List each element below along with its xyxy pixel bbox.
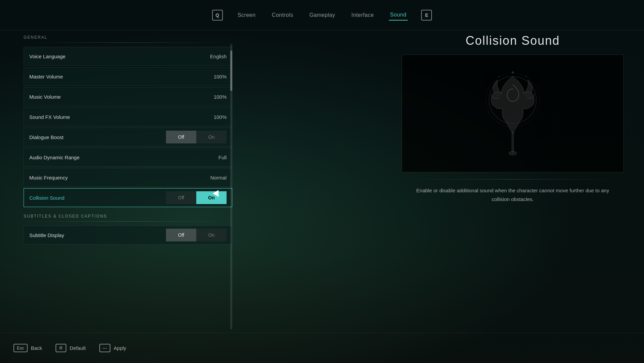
right-detail-panel: Collision Sound Enable or disable additi… bbox=[402, 34, 624, 329]
tab-gameplay[interactable]: Gameplay bbox=[308, 10, 337, 20]
svg-point-3 bbox=[509, 151, 517, 155]
default-label: Default bbox=[70, 345, 86, 351]
back-action[interactable]: Esc Back bbox=[13, 344, 42, 352]
tab-screen[interactable]: Screen bbox=[236, 10, 257, 20]
viking-emblem-icon bbox=[476, 66, 550, 161]
svg-rect-2 bbox=[512, 132, 514, 152]
general-section-label: GENERAL bbox=[24, 35, 232, 40]
scrollbar-track[interactable] bbox=[230, 44, 232, 329]
subtitles-divider bbox=[24, 221, 232, 222]
tab-controls[interactable]: Controls bbox=[270, 10, 295, 20]
left-settings-panel: GENERAL Voice Language English Master Vo… bbox=[24, 34, 232, 329]
subtitles-section-label: SUBTITLES & CLOSED CAPTIONS bbox=[24, 214, 232, 219]
subtitle-display-on[interactable]: On bbox=[196, 229, 227, 241]
svg-point-6 bbox=[499, 76, 500, 77]
detail-image bbox=[402, 55, 624, 172]
scrollbar-thumb[interactable] bbox=[230, 51, 232, 91]
setting-collision-sound[interactable]: Collision Sound Off On bbox=[24, 188, 232, 207]
setting-audio-dynamic-range[interactable]: Audio Dynamic Range Full bbox=[24, 148, 232, 167]
setting-master-volume[interactable]: Master Volume 100% bbox=[24, 67, 232, 86]
setting-dialogue-boost[interactable]: Dialogue Boost Off On bbox=[24, 128, 232, 146]
general-settings-list: Voice Language English Master Volume 100… bbox=[24, 47, 232, 207]
general-divider bbox=[24, 42, 232, 43]
subtitle-display-off[interactable]: Off bbox=[166, 229, 196, 241]
detail-title: Collision Sound bbox=[466, 34, 560, 48]
collision-sound-on[interactable]: On bbox=[196, 191, 227, 204]
detail-description: Enable or disable additional sound when … bbox=[415, 186, 610, 203]
default-action[interactable]: R Default bbox=[56, 344, 86, 352]
back-key: Esc bbox=[13, 344, 28, 352]
subtitles-settings-list: Subtitle Display Off On bbox=[24, 226, 232, 244]
setting-voice-language[interactable]: Voice Language English bbox=[24, 47, 232, 66]
top-navigation: Q Screen Controls Gameplay Interface Sou… bbox=[0, 0, 644, 30]
svg-point-5 bbox=[526, 76, 527, 77]
setting-music-frequency[interactable]: Music Frequency Normal bbox=[24, 168, 232, 187]
default-key: R bbox=[56, 344, 66, 352]
apply-key: — bbox=[99, 344, 110, 352]
nav-left-key[interactable]: Q bbox=[212, 10, 223, 21]
setting-sound-fx-volume[interactable]: Sound FX Volume 100% bbox=[24, 107, 232, 126]
dialogue-boost-off[interactable]: Off bbox=[166, 131, 196, 143]
dialogue-boost-toggle[interactable]: Off On bbox=[166, 131, 227, 143]
setting-music-volume[interactable]: Music Volume 100% bbox=[24, 87, 232, 106]
nav-right-key[interactable]: E bbox=[421, 10, 432, 21]
tab-interface[interactable]: Interface bbox=[350, 10, 375, 20]
svg-point-4 bbox=[512, 71, 514, 73]
apply-label: Apply bbox=[114, 345, 127, 351]
collision-sound-off[interactable]: Off bbox=[166, 191, 196, 204]
detail-divider bbox=[402, 179, 624, 179]
dialogue-boost-on[interactable]: On bbox=[196, 131, 227, 143]
tab-sound[interactable]: Sound bbox=[389, 10, 408, 21]
back-label: Back bbox=[31, 345, 42, 351]
bottom-action-bar: Esc Back R Default — Apply bbox=[0, 333, 644, 363]
apply-action[interactable]: — Apply bbox=[99, 344, 127, 352]
subtitle-display-toggle[interactable]: Off On bbox=[166, 229, 227, 241]
setting-subtitle-display[interactable]: Subtitle Display Off On bbox=[24, 226, 232, 244]
